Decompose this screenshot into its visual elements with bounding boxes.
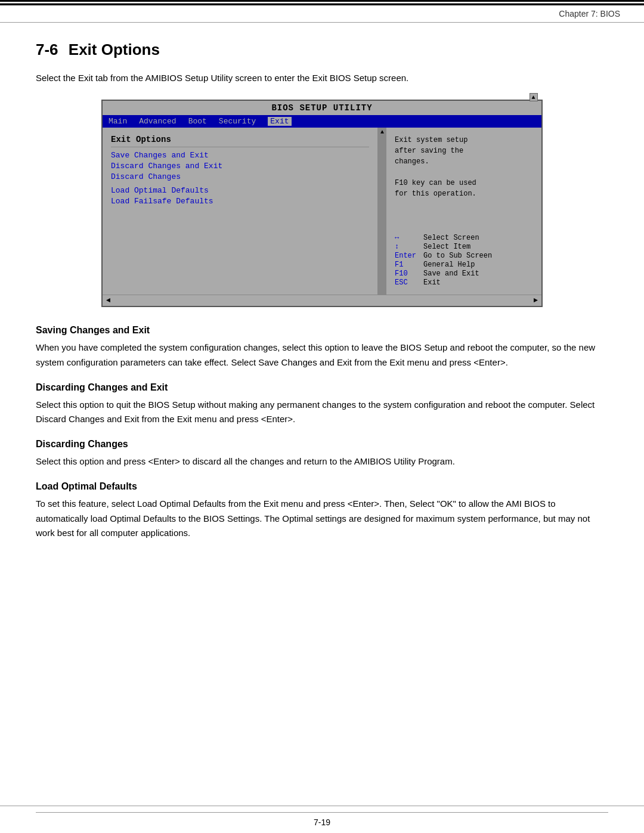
subsection-title-discarding-exit: Discarding Changes and Exit: [36, 382, 608, 393]
bios-body: Exit Options Save Changes and Exit Disca…: [103, 128, 541, 295]
subsection-discarding: Discarding Changes Select this option an…: [36, 439, 608, 469]
menu-exit[interactable]: Exit: [268, 117, 291, 126]
bios-scrollbar: ▲: [378, 128, 386, 295]
shortcut-help: F1 General Help: [395, 261, 533, 269]
shortcut-esc: ESC Exit: [395, 278, 533, 287]
help-line3: changes.: [395, 157, 429, 166]
bios-left-panel: Exit Options Save Changes and Exit Disca…: [103, 128, 378, 295]
subsection-text-discarding-exit: Select this option to quit the BIOS Setu…: [36, 398, 608, 428]
section-title: Exit Options: [69, 41, 160, 58]
bios-resize-icon: ▲: [530, 93, 538, 101]
subsection-title-saving-exit: Saving Changes and Exit: [36, 325, 608, 336]
menu-advanced[interactable]: Advanced: [139, 117, 176, 126]
key-arrows-ud: ↕: [395, 243, 419, 251]
key-f1: F1: [395, 261, 419, 269]
help-line6: for this operation.: [395, 190, 476, 198]
key-arrows-lr: ↔: [395, 234, 419, 242]
key-f10: F10: [395, 270, 419, 278]
bios-left-title: Exit Options: [111, 135, 369, 147]
subsection-discarding-exit: Discarding Changes and Exit Select this …: [36, 382, 608, 428]
desc-goto-sub: Go to Sub Screen: [423, 252, 492, 260]
bios-option-load-failsafe[interactable]: Load Failsafe Defaults: [111, 197, 369, 206]
subsection-saving-exit: Saving Changes and Exit When you have co…: [36, 325, 608, 370]
help-line2: after saving the: [395, 147, 463, 155]
desc-esc: Exit: [423, 278, 441, 287]
bios-shortcuts: ↔ Select Screen ↕ Select Item Enter Go t…: [395, 233, 533, 287]
desc-select-screen: Select Screen: [423, 234, 479, 242]
bios-option-save-exit[interactable]: Save Changes and Exit: [111, 151, 369, 160]
bios-menu-bar: Main Advanced Boot Security Exit: [103, 115, 541, 128]
footer-rule: [36, 812, 608, 813]
shortcut-goto-sub: Enter Go to Sub Screen: [395, 252, 533, 260]
subsection-load-optimal: Load Optimal Defaults To set this featur…: [36, 481, 608, 541]
bios-screenshot: BIOS SETUP UTILITY ▲ Main Advanced Boot …: [101, 100, 543, 307]
chapter-label: Chapter 7: BIOS: [559, 9, 620, 18]
page-container: Chapter 7: BIOS 7-6 Exit Options Select …: [0, 0, 644, 833]
bios-bottom-bar: ◄ ►: [103, 295, 541, 306]
top-rule: [0, 0, 644, 2]
key-esc: ESC: [395, 278, 419, 287]
scroll-up-arrow: ▲: [380, 129, 384, 135]
desc-select-item: Select Item: [423, 243, 470, 251]
shortcut-select-item: ↕ Select Item: [395, 243, 533, 251]
help-line5: F10 key can be used: [395, 179, 476, 187]
section-number: 7-6: [36, 41, 58, 58]
menu-main[interactable]: Main: [109, 117, 127, 126]
intro-text: Select the Exit tab from the AMIBIOS Set…: [36, 71, 608, 85]
shortcut-save-exit: F10 Save and Exit: [395, 270, 533, 278]
bios-title-bar: BIOS SETUP UTILITY ▲: [103, 101, 541, 115]
bios-option-load-optimal[interactable]: Load Optimal Defaults: [111, 186, 369, 195]
subsection-text-discarding: Select this option and press <Enter> to …: [36, 454, 608, 469]
bios-help-text: Exit system setup after saving the chang…: [395, 135, 533, 199]
page-footer: 7-19: [0, 806, 644, 833]
scroll-bottom-right: ►: [534, 296, 538, 305]
key-enter: Enter: [395, 252, 419, 260]
chapter-header: Chapter 7: BIOS: [0, 4, 644, 23]
menu-boot[interactable]: Boot: [188, 117, 207, 126]
bios-title: BIOS SETUP UTILITY: [271, 103, 372, 113]
subsection-text-load-optimal: To set this feature, select Load Optimal…: [36, 497, 608, 541]
section-heading: 7-6 Exit Options: [36, 41, 608, 59]
subsection-title-discarding: Discarding Changes: [36, 439, 608, 450]
desc-save-exit: Save and Exit: [423, 270, 479, 278]
content-area: 7-6 Exit Options Select the Exit tab fro…: [0, 23, 644, 806]
bios-option-discard-exit[interactable]: Discard Changes and Exit: [111, 162, 369, 171]
desc-help: General Help: [423, 261, 475, 269]
subsection-title-load-optimal: Load Optimal Defaults: [36, 481, 608, 492]
menu-security[interactable]: Security: [219, 117, 256, 126]
shortcut-select-screen: ↔ Select Screen: [395, 234, 533, 242]
page-number: 7-19: [314, 817, 330, 827]
bios-right-panel: Exit system setup after saving the chang…: [386, 128, 541, 295]
bios-option-discard[interactable]: Discard Changes: [111, 172, 369, 181]
help-line1: Exit system setup: [395, 136, 467, 144]
scroll-bottom-left: ◄: [106, 296, 110, 305]
subsection-text-saving-exit: When you have completed the system confi…: [36, 340, 608, 370]
